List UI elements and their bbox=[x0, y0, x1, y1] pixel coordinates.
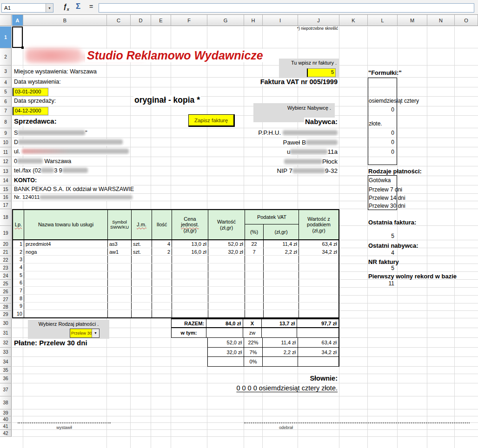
item-cell-lp[interactable]: 7 bbox=[13, 287, 24, 294]
row-header-1[interactable]: 1 bbox=[0, 26, 12, 48]
item-cell-symbol[interactable] bbox=[108, 303, 132, 310]
item-cell-name[interactable] bbox=[24, 303, 108, 310]
payment-option-przelew14[interactable]: Przelew 14 dni bbox=[369, 195, 405, 201]
item-cell-qty[interactable] bbox=[152, 271, 172, 279]
item-cell-value[interactable] bbox=[208, 310, 245, 317]
row-header-30[interactable]: 30 bbox=[0, 318, 12, 328]
item-cell-symbol[interactable] bbox=[108, 279, 132, 287]
equals-formula-icon[interactable]: = bbox=[89, 3, 93, 10]
column-header-C[interactable]: C bbox=[107, 15, 131, 26]
item-cell-name[interactable] bbox=[24, 287, 108, 294]
item-cell-value[interactable] bbox=[208, 303, 245, 310]
invoice-number-input-cell[interactable]: 5 bbox=[307, 68, 336, 77]
item-cell-vat[interactable] bbox=[264, 256, 299, 263]
item-cell-price[interactable] bbox=[172, 303, 208, 310]
item-cell-name[interactable] bbox=[24, 295, 108, 302]
row-header-35[interactable]: 35 bbox=[0, 367, 12, 374]
row-header-38[interactable]: 38 bbox=[0, 396, 12, 409]
row-header-29[interactable]: 29 bbox=[0, 311, 12, 318]
column-header-G[interactable]: G bbox=[207, 15, 244, 26]
item-cell-symbol[interactable] bbox=[108, 310, 132, 317]
row-header-21[interactable]: 21 bbox=[0, 248, 12, 256]
dropdown-arrow-icon[interactable]: ▼ bbox=[92, 329, 99, 337]
item-cell-name[interactable]: przedmiot4 bbox=[24, 240, 108, 248]
item-cell-price[interactable] bbox=[172, 279, 208, 287]
item-cell-value[interactable] bbox=[208, 279, 245, 287]
item-cell-value[interactable]: 52,0 zł bbox=[208, 240, 245, 248]
row-header-31[interactable]: 31 bbox=[0, 328, 12, 338]
item-cell-qty[interactable]: 2 bbox=[152, 248, 172, 256]
invoice-item-row[interactable]: 4 bbox=[13, 264, 339, 271]
invoice-item-row[interactable]: 10 bbox=[13, 310, 339, 317]
item-cell-price[interactable] bbox=[172, 287, 208, 294]
item-cell-symbol[interactable] bbox=[108, 271, 132, 279]
item-cell-symbol[interactable]: as3 bbox=[108, 240, 132, 248]
item-cell-jm[interactable] bbox=[132, 295, 152, 302]
row-header-12[interactable]: 12 bbox=[0, 157, 12, 166]
row-header-36[interactable]: 36 bbox=[0, 374, 12, 383]
column-header-M[interactable]: M bbox=[398, 15, 427, 26]
item-cell-vat[interactable] bbox=[264, 287, 299, 294]
row-header-39[interactable]: 39 bbox=[0, 409, 12, 416]
payment-option-przelew7[interactable]: Przelew 7 dni bbox=[369, 186, 402, 193]
item-cell-jm[interactable] bbox=[132, 264, 152, 271]
item-cell-gross[interactable] bbox=[299, 256, 339, 263]
item-cell-pct[interactable] bbox=[245, 287, 264, 294]
item-cell-price[interactable]: 13,0 zł bbox=[172, 240, 208, 248]
item-cell-price[interactable] bbox=[172, 256, 208, 263]
row-header-23[interactable]: 23 bbox=[0, 264, 12, 272]
item-cell-pct[interactable] bbox=[245, 295, 264, 302]
active-cell-selection[interactable] bbox=[12, 26, 23, 48]
row-header-2[interactable]: 2 bbox=[0, 48, 12, 66]
row-header-15[interactable]: 15 bbox=[0, 185, 12, 194]
row-header-20[interactable]: 20 bbox=[0, 240, 12, 248]
item-cell-qty[interactable] bbox=[152, 279, 172, 287]
item-cell-pct[interactable] bbox=[245, 271, 264, 279]
item-cell-vat[interactable] bbox=[264, 264, 299, 271]
column-header-L[interactable]: L bbox=[368, 15, 398, 26]
row-header-22[interactable]: 22 bbox=[0, 256, 12, 264]
column-header-A[interactable]: A bbox=[12, 15, 23, 26]
item-cell-gross[interactable] bbox=[299, 303, 339, 310]
sale-date-input-cell[interactable]: 04-12-2000 bbox=[13, 107, 48, 115]
row-header-7[interactable]: 7 bbox=[0, 106, 12, 116]
select-all-corner[interactable] bbox=[0, 15, 12, 26]
column-header-O[interactable]: O bbox=[455, 15, 478, 26]
sum-icon[interactable]: Σ bbox=[76, 2, 80, 11]
payment-dropdown[interactable]: Przelew 30 dni ▼ bbox=[70, 329, 100, 338]
item-cell-lp[interactable]: 3 bbox=[13, 256, 24, 263]
item-cell-vat[interactable] bbox=[264, 279, 299, 287]
item-cell-jm[interactable] bbox=[132, 271, 152, 279]
payment-option-gotowka[interactable]: Gotówka bbox=[369, 177, 391, 184]
item-cell-symbol[interactable] bbox=[108, 256, 132, 263]
formula-input[interactable] bbox=[99, 3, 474, 13]
item-cell-jm[interactable] bbox=[132, 310, 152, 317]
item-cell-value[interactable]: 32,0 zł bbox=[208, 248, 245, 256]
item-cell-value[interactable] bbox=[208, 287, 245, 294]
item-cell-name[interactable] bbox=[24, 279, 108, 287]
item-cell-symbol[interactable] bbox=[108, 287, 132, 294]
invoice-item-row[interactable]: 6 bbox=[13, 279, 339, 287]
row-header-3[interactable]: 3 bbox=[0, 66, 12, 78]
item-cell-qty[interactable] bbox=[152, 310, 172, 317]
item-cell-gross[interactable]: 63,4 zł bbox=[299, 240, 339, 248]
item-cell-value[interactable] bbox=[208, 271, 245, 279]
column-header-B[interactable]: B bbox=[23, 15, 107, 26]
row-header-8[interactable]: 8 bbox=[0, 116, 12, 128]
column-header-K[interactable]: K bbox=[339, 15, 368, 26]
item-cell-value[interactable] bbox=[208, 256, 245, 263]
item-cell-lp[interactable]: 4 bbox=[13, 264, 24, 271]
item-cell-name[interactable]: noga bbox=[24, 248, 108, 256]
row-header-19[interactable]: 19 bbox=[0, 226, 12, 240]
item-cell-lp[interactable]: 2 bbox=[13, 248, 24, 256]
item-cell-lp[interactable]: 5 bbox=[13, 271, 24, 279]
item-cell-symbol[interactable]: aw1 bbox=[108, 248, 132, 256]
row-header-10[interactable]: 10 bbox=[0, 138, 12, 147]
item-cell-pct[interactable] bbox=[245, 310, 264, 317]
column-header-H[interactable]: H bbox=[244, 15, 263, 26]
invoice-item-row[interactable]: 1przedmiot4as3szt.413,0 zł52,0 zł2211,4 … bbox=[13, 240, 339, 248]
row-header-34[interactable]: 34 bbox=[0, 357, 12, 367]
item-cell-jm[interactable] bbox=[132, 303, 152, 310]
item-cell-gross[interactable] bbox=[299, 295, 339, 302]
item-cell-price[interactable] bbox=[172, 271, 208, 279]
